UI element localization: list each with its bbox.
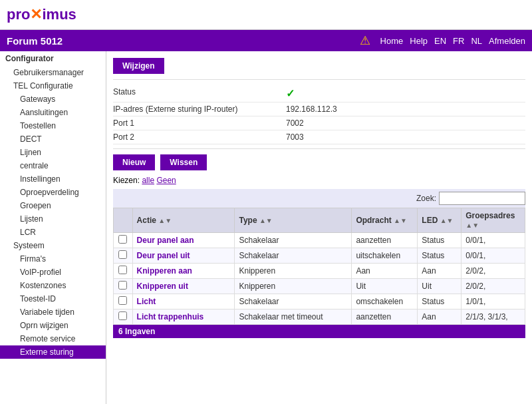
sidebar-item-toestel-id[interactable]: Toestel-ID (0, 292, 106, 305)
row-actie: Knipperen uit (132, 279, 235, 294)
sidebar: Configurator Gebruikersmanager TEL Confi… (0, 51, 106, 404)
port1-label: Port 1 (113, 118, 286, 128)
table-footer: 6 Ingaven (113, 325, 525, 338)
row-groepsadres: 1/0/1, (462, 294, 525, 309)
col-header-type[interactable]: Type ▲▼ (235, 208, 352, 233)
row-actie: Deur panel uit (132, 248, 235, 264)
kiezen-row: Kiezen: alle Geen (113, 176, 525, 185)
sidebar-item-groepen[interactable]: Groepen (0, 199, 106, 212)
sidebar-item-variabele-tijden[interactable]: Variabele tijden (0, 305, 106, 319)
row-opdracht: omschakelen (352, 294, 418, 309)
row-groepsadres: 2/1/3, 3/1/3, (462, 309, 525, 325)
sidebar-item-centrale[interactable]: centrale (0, 159, 106, 172)
status-label: Status (113, 87, 286, 100)
table-row: Knipperen aan Knipperen Aan Aan 2/0/2, (114, 264, 525, 279)
sidebar-item-voip-profiel[interactable]: VoIP-profiel (0, 266, 106, 279)
app-title: Forum 5012 (7, 35, 360, 47)
sidebar-item-dect[interactable]: DECT (0, 132, 106, 146)
nav-help[interactable]: Help (410, 36, 428, 46)
col-header-check (114, 208, 133, 233)
sidebar-item-gebruikersmanager[interactable]: Gebruikersmanager (0, 66, 106, 79)
row-checkbox[interactable] (118, 235, 127, 244)
table-row: Deur panel aan Schakelaar aanzetten Stat… (114, 233, 525, 248)
row-checkbox[interactable] (118, 266, 127, 274)
row-checkbox[interactable] (118, 296, 127, 305)
status-value: ✓ (286, 87, 295, 100)
sidebar-item-tel-configuratie[interactable]: TEL Configuratie (0, 79, 106, 93)
row-groepsadres: 0/0/1, (462, 233, 525, 248)
nav-fr[interactable]: FR (453, 36, 464, 46)
sidebar-item-aansluitingen[interactable]: Aansluitingen (0, 106, 106, 119)
row-type: Schakelaar met timeout (235, 309, 352, 325)
row-checkbox[interactable] (118, 281, 127, 290)
sidebar-item-oproepverdeling[interactable]: Oproepverdeling (0, 186, 106, 199)
top-nav: Forum 5012 ⚠ Home Help EN FR NL Afmelden (0, 30, 532, 51)
table-header-row: Actie ▲▼ Type ▲▼ Opdracht ▲▼ LED ▲▼ (114, 208, 525, 233)
sidebar-item-gateways[interactable]: Gateways (0, 93, 106, 106)
row-checkbox-cell[interactable] (114, 279, 133, 294)
sidebar-item-lijsten2[interactable]: Lijsten (0, 212, 106, 226)
row-groepsadres: 0/0/1, (462, 248, 525, 264)
nav-home[interactable]: Home (380, 36, 404, 46)
sidebar-item-oprn-wijzigen[interactable]: Oprn wijzigen (0, 319, 106, 332)
sidebar-section-configurator: Configurator (0, 51, 106, 66)
kiezen-label: Kiezen: (113, 176, 140, 185)
port1-value: 7002 (286, 118, 304, 128)
wijzigen-button[interactable]: Wijzigen (113, 58, 164, 74)
row-type: Schakelaar (235, 294, 352, 309)
nav-en[interactable]: EN (434, 36, 446, 46)
nav-nl[interactable]: NL (471, 36, 482, 46)
col-header-opdracht[interactable]: Opdracht ▲▼ (352, 208, 418, 233)
action-buttons: Nieuw Wissen (113, 154, 525, 170)
nav-afmelden[interactable]: Afmelden (489, 36, 525, 46)
row-led: Uit (418, 279, 462, 294)
row-led: Aan (418, 264, 462, 279)
row-checkbox-cell[interactable] (114, 264, 133, 279)
row-checkbox-cell[interactable] (114, 309, 133, 325)
sidebar-item-instellingen[interactable]: Instellingen (0, 172, 106, 186)
port1-row: Port 1 7002 (113, 116, 525, 130)
search-row: Zoek: (113, 189, 525, 208)
ip-value: 192.168.112.3 (286, 104, 337, 114)
row-checkbox[interactable] (118, 311, 127, 320)
kiezen-alle[interactable]: alle (142, 176, 154, 185)
port2-label: Port 2 (113, 132, 286, 142)
sidebar-item-firmas[interactable]: Firma's (0, 252, 106, 266)
table-row: Knipperen uit Knipperen Uit Uit 2/0/2, (114, 279, 525, 294)
content-area: Wijzigen Status ✓ IP-adres (Externe stur… (106, 51, 532, 404)
sidebar-scroll[interactable]: Configurator Gebruikersmanager TEL Confi… (0, 51, 106, 404)
sidebar-item-externe-sturing[interactable]: Externe sturing (0, 345, 106, 359)
table-row: Licht trappenhuis Schakelaar met timeout… (114, 309, 525, 325)
row-groepsadres: 2/0/2, (462, 279, 525, 294)
main-layout: Configurator Gebruikersmanager TEL Confi… (0, 51, 532, 404)
row-opdracht: Aan (352, 264, 418, 279)
sidebar-item-toestellen[interactable]: Toestellen (0, 119, 106, 132)
row-type: Knipperen (235, 264, 352, 279)
ip-row: IP-adres (Externe sturing IP-router) 192… (113, 102, 525, 116)
sidebar-item-systeem[interactable]: Systeem (0, 239, 106, 252)
table-body: Deur panel aan Schakelaar aanzetten Stat… (114, 233, 525, 325)
row-checkbox-cell[interactable] (114, 233, 133, 248)
row-led: Status (418, 294, 462, 309)
sidebar-item-lijnen[interactable]: Lijnen (0, 146, 106, 159)
kiezen-geen[interactable]: Geen (156, 176, 176, 185)
row-opdracht: uitschakelen (352, 248, 418, 264)
row-checkbox[interactable] (118, 250, 127, 259)
sidebar-item-lcr[interactable]: LCR (0, 226, 106, 239)
sidebar-item-remote-service[interactable]: Remote service (0, 332, 106, 345)
col-header-groepsadres[interactable]: Groepsadres ▲▼ (462, 208, 525, 233)
table-row: Deur panel uit Schakelaar uitschakelen S… (114, 248, 525, 264)
row-actie: Knipperen aan (132, 264, 235, 279)
sidebar-item-kostenzones[interactable]: Kostenzones (0, 279, 106, 292)
row-checkbox-cell[interactable] (114, 294, 133, 309)
wissen-button[interactable]: Wissen (160, 154, 207, 170)
col-header-led[interactable]: LED ▲▼ (418, 208, 462, 233)
row-type: Knipperen (235, 279, 352, 294)
col-header-actie[interactable]: Actie ▲▼ (132, 208, 235, 233)
nieuw-button[interactable]: Nieuw (113, 154, 155, 170)
row-checkbox-cell[interactable] (114, 248, 133, 264)
row-led: Status (418, 248, 462, 264)
row-led: Status (418, 233, 462, 248)
search-input[interactable] (439, 192, 525, 205)
port2-row: Port 2 7003 (113, 130, 525, 144)
